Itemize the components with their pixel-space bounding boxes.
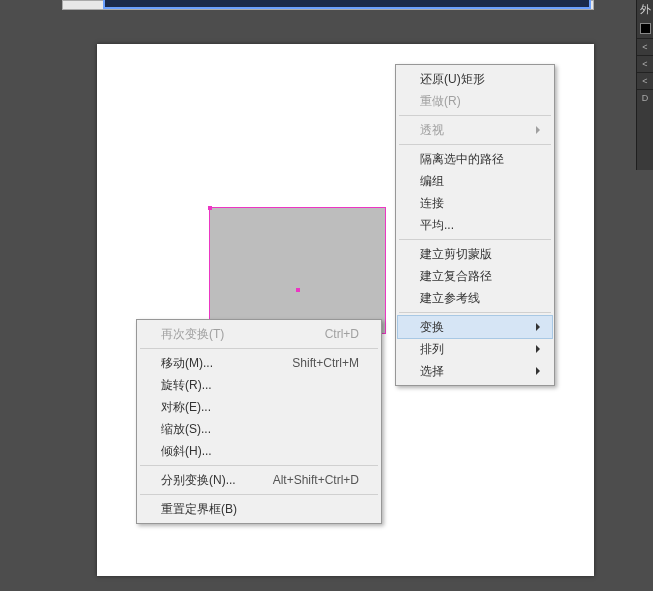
menu-item-select[interactable]: 选择: [398, 360, 552, 382]
panel-mark: D: [637, 89, 653, 106]
cropped-window-fragment: [62, 0, 594, 10]
menu-item-make-guides[interactable]: 建立参考线: [398, 287, 552, 309]
menu-item-scale[interactable]: 缩放(S)...: [139, 418, 379, 440]
menu-item-make-compound-path[interactable]: 建立复合路径: [398, 265, 552, 287]
panel-mark: <: [637, 72, 653, 89]
menu-item-label: 倾斜(H)...: [161, 443, 359, 460]
menu-item-perspective: 透视: [398, 119, 552, 141]
menu-item-move[interactable]: 移动(M)...Shift+Ctrl+M: [139, 352, 379, 374]
menu-item-label: 变换: [420, 319, 532, 336]
menu-item-label: 再次变换(T): [161, 326, 325, 343]
menu-item-transform[interactable]: 变换: [398, 316, 552, 338]
context-menu[interactable]: 还原(U)矩形重做(R)透视隔离选中的路径编组连接平均...建立剪切蒙版建立复合…: [395, 64, 555, 386]
menu-separator: [399, 312, 551, 313]
selection-center-point[interactable]: [296, 288, 300, 292]
menu-item-label: 对称(E)...: [161, 399, 359, 416]
menu-item-shortcut: Shift+Ctrl+M: [292, 356, 359, 370]
menu-item-make-clipping-mask[interactable]: 建立剪切蒙版: [398, 243, 552, 265]
menu-separator: [140, 465, 378, 466]
menu-item-label: 透视: [420, 122, 532, 139]
menu-item-label: 重做(R): [420, 93, 532, 110]
menu-item-reflect[interactable]: 对称(E)...: [139, 396, 379, 418]
menu-item-label: 排列: [420, 341, 532, 358]
menu-item-shortcut: Ctrl+D: [325, 327, 359, 341]
menu-item-label: 移动(M)...: [161, 355, 292, 372]
menu-item-transform-each[interactable]: 分别变换(N)...Alt+Shift+Ctrl+D: [139, 469, 379, 491]
menu-item-label: 选择: [420, 363, 532, 380]
menu-item-label: 平均...: [420, 217, 532, 234]
panel-label: 外: [637, 0, 653, 19]
panel-mark: <: [637, 38, 653, 55]
menu-item-label: 连接: [420, 195, 532, 212]
selected-rectangle-shape[interactable]: [210, 208, 385, 333]
menu-item-label: 旋转(R)...: [161, 377, 359, 394]
menu-separator: [399, 239, 551, 240]
menu-item-label: 建立复合路径: [420, 268, 532, 285]
menu-item-label: 隔离选中的路径: [420, 151, 532, 168]
menu-item-label: 建立参考线: [420, 290, 532, 307]
right-dock-panel: 外 <<<D: [636, 0, 653, 170]
menu-item-arrange[interactable]: 排列: [398, 338, 552, 360]
color-swatch[interactable]: [640, 23, 651, 34]
menu-separator: [140, 494, 378, 495]
menu-item-isolate-path[interactable]: 隔离选中的路径: [398, 148, 552, 170]
menu-separator: [140, 348, 378, 349]
menu-item-label: 还原(U)矩形: [420, 71, 532, 88]
selection-handle[interactable]: [208, 206, 212, 210]
menu-item-undo[interactable]: 还原(U)矩形: [398, 68, 552, 90]
menu-item-label: 分别变换(N)...: [161, 472, 273, 489]
menu-item-join[interactable]: 连接: [398, 192, 552, 214]
menu-item-shortcut: Alt+Shift+Ctrl+D: [273, 473, 359, 487]
menu-item-shear[interactable]: 倾斜(H)...: [139, 440, 379, 462]
transform-submenu[interactable]: 再次变换(T)Ctrl+D移动(M)...Shift+Ctrl+M旋转(R)..…: [136, 319, 382, 524]
menu-item-transform-again: 再次变换(T)Ctrl+D: [139, 323, 379, 345]
menu-item-redo: 重做(R): [398, 90, 552, 112]
menu-item-label: 缩放(S)...: [161, 421, 359, 438]
menu-item-label: 编组: [420, 173, 532, 190]
menu-item-average[interactable]: 平均...: [398, 214, 552, 236]
menu-item-rotate[interactable]: 旋转(R)...: [139, 374, 379, 396]
menu-item-group[interactable]: 编组: [398, 170, 552, 192]
menu-separator: [399, 115, 551, 116]
menu-separator: [399, 144, 551, 145]
menu-item-label: 建立剪切蒙版: [420, 246, 532, 263]
selected-thumbnail-strip: [103, 0, 591, 9]
menu-item-reset-bounding-box[interactable]: 重置定界框(B): [139, 498, 379, 520]
panel-mark: <: [637, 55, 653, 72]
menu-item-label: 重置定界框(B): [161, 501, 359, 518]
